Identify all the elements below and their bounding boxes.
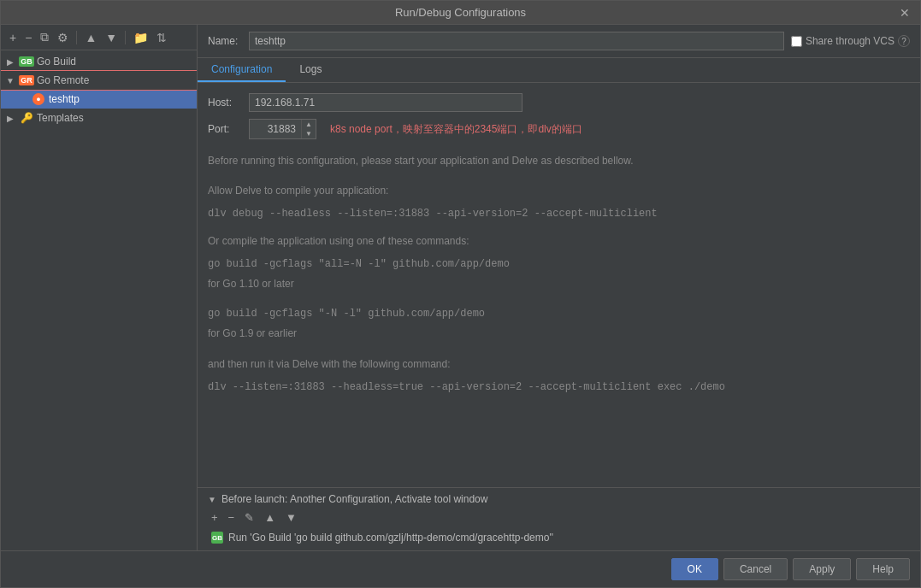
remove-config-button[interactable]: − — [21, 29, 35, 46]
config-tree: ▶ GB Go Build ▼ GR Go Remote — [1, 50, 197, 550]
launch-label: Before launch: Another Configuration, Ac… — [221, 493, 488, 505]
cancel-button[interactable]: Cancel — [723, 558, 788, 580]
spacer-5 — [208, 350, 910, 356]
left-panel: + − ⧉ ⚙ ▲ ▼ 📁 ⇅ ▶ GB Go Build — [1, 25, 198, 550]
info-line1: Before running this configuration, pleas… — [208, 153, 910, 169]
name-label: Name: — [208, 35, 242, 47]
spacer-2 — [208, 176, 910, 183]
ok-button[interactable]: OK — [671, 558, 718, 580]
go-build-icon: GB — [20, 55, 33, 68]
launch-header[interactable]: ▼ Before launch: Another Configuration, … — [208, 493, 910, 505]
tab-configuration[interactable]: Configuration — [198, 58, 286, 82]
name-row: Name: Share through VCS ? — [198, 25, 920, 58]
name-input[interactable] — [249, 32, 784, 50]
host-input[interactable] — [249, 93, 522, 112]
tree-item-go-build[interactable]: ▶ GB Go Build — [1, 52, 197, 71]
run-debug-dialog: Run/Debug Configurations ✕ + − ⧉ ⚙ ▲ ▼ 📁… — [0, 0, 921, 588]
launch-edit-button[interactable]: ✎ — [241, 510, 257, 525]
sort-button[interactable]: ⇅ — [153, 29, 170, 46]
host-row: Host: — [208, 93, 910, 112]
port-row: Port: ▲ ▼ k8s node port，映射至容器中的2345端口，即d… — [208, 119, 910, 139]
go-remote-chevron-icon: ▼ — [4, 74, 16, 86]
port-note: k8s node port，映射至容器中的2345端口，即dlv的端口 — [330, 122, 582, 137]
add-config-button[interactable]: + — [6, 29, 20, 46]
run-title: and then run it via Delve with the follo… — [208, 356, 910, 373]
tree-item-teshttp[interactable]: ● teshttp — [1, 90, 197, 109]
copy-config-button[interactable]: ⧉ — [37, 28, 52, 46]
share-help-icon[interactable]: ? — [898, 35, 910, 47]
launch-area: ▼ Before launch: Another Configuration, … — [198, 487, 920, 550]
launch-remove-button[interactable]: − — [225, 510, 239, 525]
launch-item: GB Run 'Go Build 'go build github.com/gz… — [208, 530, 910, 545]
help-button[interactable]: Help — [856, 558, 910, 580]
tree-item-go-remote[interactable]: ▼ GR Go Remote — [1, 71, 197, 90]
port-label: Port: — [208, 123, 242, 135]
apply-button[interactable]: Apply — [793, 558, 851, 580]
teshttp-icon: ● — [32, 92, 45, 106]
dialog-title: Run/Debug Configurations — [395, 6, 526, 19]
tab-logs[interactable]: Logs — [286, 58, 335, 82]
cmd1-note: for Go 1.10 or later — [208, 276, 910, 292]
spacer-4 — [208, 299, 910, 306]
share-checkbox[interactable] — [791, 36, 802, 47]
launch-add-button[interactable]: + — [208, 510, 221, 525]
launch-down-button[interactable]: ▼ — [282, 510, 300, 525]
tree-item-templates[interactable]: ▶ 🔑 Templates — [1, 109, 197, 127]
close-button[interactable]: ✕ — [896, 4, 913, 21]
cmd2-note: for Go 1.9 or earlier — [208, 326, 910, 342]
launch-item-icon: GB — [211, 532, 223, 544]
config-area: Host: Port: ▲ ▼ k8s node port，映射至容器中的234… — [198, 83, 920, 487]
right-panel: Name: Share through VCS ? Configuration … — [198, 25, 920, 550]
share-label: Share through VCS — [806, 35, 894, 47]
templates-chevron-icon: ▶ — [4, 112, 16, 124]
cmd2: go build -gcflags "-N -l" github.com/app… — [208, 306, 910, 322]
go-remote-label: Go Remote — [37, 74, 89, 86]
toolbar-separator-2 — [125, 31, 126, 44]
go-remote-icon: GR — [20, 74, 33, 87]
settings-button[interactable]: ⚙ — [54, 29, 72, 46]
spacer-1 — [208, 146, 910, 153]
spacer-3 — [208, 226, 910, 233]
launch-item-label: Run 'Go Build 'go build github.com/gzlj/… — [228, 532, 553, 544]
port-input-wrap: ▲ ▼ — [249, 119, 316, 139]
allow-cmd: dlv debug --headless --listen=:31883 --a… — [208, 206, 910, 222]
teshttp-spacer — [16, 93, 28, 105]
host-label: Host: — [208, 97, 242, 109]
go-build-label: Go Build — [37, 56, 76, 68]
go-build-chevron-icon: ▶ — [4, 56, 16, 68]
cmd1: go build -gcflags "all=-N -l" github.com… — [208, 256, 910, 273]
move-down-button[interactable]: ▼ — [102, 29, 121, 46]
port-increment-button[interactable]: ▲ — [302, 120, 316, 129]
port-decrement-button[interactable]: ▼ — [302, 129, 316, 138]
templates-label: Templates — [37, 112, 84, 124]
toolbar-separator — [76, 31, 77, 44]
tree-toolbar: + − ⧉ ⚙ ▲ ▼ 📁 ⇅ — [1, 25, 197, 50]
teshttp-label: teshttp — [49, 93, 80, 105]
templates-icon: 🔑 — [20, 111, 33, 125]
main-content: + − ⧉ ⚙ ▲ ▼ 📁 ⇅ ▶ GB Go Build — [1, 25, 920, 550]
launch-chevron-icon: ▼ — [208, 495, 216, 504]
share-area: Share through VCS ? — [791, 35, 910, 47]
or-title: Or compile the application using one of … — [208, 233, 910, 250]
launch-up-button[interactable]: ▲ — [261, 510, 279, 525]
title-bar: Run/Debug Configurations ✕ — [1, 1, 920, 25]
allow-title: Allow Delve to compile your application: — [208, 183, 910, 199]
port-spinners: ▲ ▼ — [301, 120, 316, 138]
tabs-row: Configuration Logs — [198, 58, 920, 83]
run-cmd: dlv --listen=:31883 --headless=true --ap… — [208, 379, 910, 396]
move-up-button[interactable]: ▲ — [81, 29, 100, 46]
folder-button[interactable]: 📁 — [130, 29, 151, 46]
launch-toolbar: + − ✎ ▲ ▼ — [208, 510, 910, 525]
port-input[interactable] — [250, 121, 301, 138]
dialog-footer: OK Cancel Apply Help — [1, 550, 920, 587]
